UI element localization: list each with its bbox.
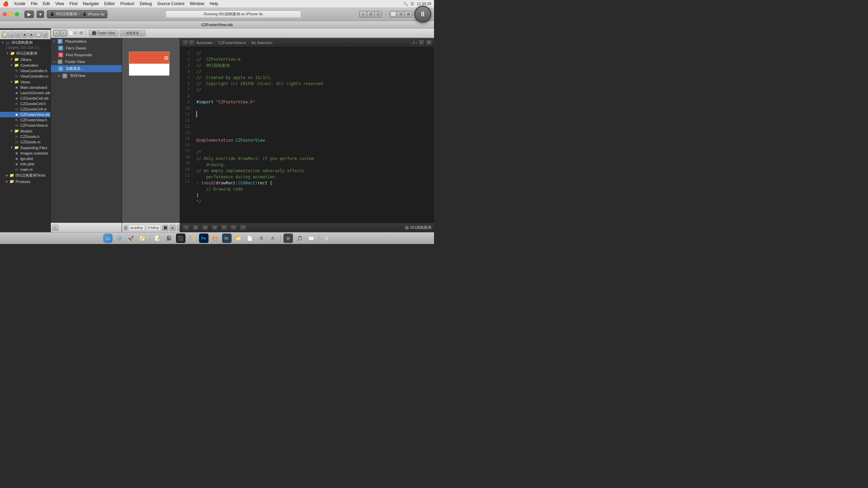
bottom-pause-btn[interactable]: ⏸ — [202, 225, 209, 231]
ib-back-btn[interactable]: ‹ — [53, 30, 60, 36]
sidebar-item-czgoodscellm[interactable]: m CZGoodsCell.m — [0, 106, 51, 112]
dock-font-a1[interactable]: A — [257, 233, 266, 243]
menu-editor[interactable]: Editor — [104, 1, 115, 6]
jiazhegengduo-tab[interactable]: B 加载更多... — [120, 30, 145, 36]
close-button[interactable] — [3, 12, 7, 16]
height-selector[interactable]: h hAny — [146, 225, 161, 231]
size-mode-btn[interactable]: ⊞ — [170, 225, 176, 231]
dock-pp[interactable]: 🎨 — [211, 233, 220, 243]
dock-onenote[interactable]: 📓 — [164, 233, 174, 243]
dock-itunes[interactable]: 🎵 — [295, 233, 304, 243]
menu-product[interactable]: Product — [120, 1, 134, 6]
dock-system-prefs[interactable]: ⚙️ — [115, 233, 124, 243]
sidebar-nav-warn[interactable]: ⚠ — [15, 32, 21, 38]
sidebar-item-others[interactable]: ▼ 📁 Others — [0, 57, 51, 62]
menu-edit[interactable]: Edit — [43, 1, 50, 6]
code-back-btn[interactable]: ‹ — [182, 40, 189, 46]
sidebar-item-viewcontrollerm[interactable]: m ViewController.m — [0, 74, 51, 79]
ib-item-footerview[interactable]: ▼ V Footer View — [51, 58, 122, 65]
menu-navigate[interactable]: Navigate — [83, 1, 99, 6]
dock-mail[interactable]: ✉️ — [307, 233, 316, 243]
ib-item-dengdaiview[interactable]: ▶ V 等待View — [51, 72, 122, 79]
sidebar-nav-report[interactable]: 📋 — [35, 32, 41, 38]
sidebar-item-views[interactable]: ▼ 📁 Views — [0, 79, 51, 85]
assistant-editor[interactable]: ⊟ — [397, 11, 405, 17]
pause-overlay-button[interactable]: ⏸ — [414, 6, 431, 23]
sidebar-item-supportingfiles[interactable]: ▼ 📁 Supporting Files — [0, 145, 51, 150]
code-text[interactable]: // // CZFooterView.m // 001团购案例 // // Cr… — [192, 47, 434, 223]
dock-expose[interactable]: ⊞ — [283, 233, 293, 243]
sidebar-nav-folder[interactable]: 📁 — [1, 32, 7, 38]
sidebar-item-tgsplist[interactable]: ■ tgs.plist — [0, 156, 51, 161]
standard-editor[interactable]: ⬜ — [390, 11, 397, 17]
sidebar-item-mainstoryboard[interactable]: ■ Main.storyboard — [0, 85, 51, 90]
sidebar-item-controllers[interactable]: ▼ 📁 Controllers — [0, 62, 51, 68]
sidebar-project-root[interactable]: ▼ 🗂 001团购案例 — [0, 39, 51, 46]
next-page-btn[interactable]: › — [416, 41, 417, 45]
ib-item-firstresponder[interactable]: R First Responder — [51, 52, 122, 58]
sidebar-item-czfooterviewm[interactable]: m CZFooterView.m — [0, 123, 51, 128]
menu-xcode[interactable]: Xcode — [14, 1, 25, 6]
code-add-btn[interactable]: + — [418, 40, 425, 46]
dock-finder[interactable]: 🗂 — [103, 233, 113, 243]
menu-file[interactable]: File — [31, 1, 37, 6]
dock-notes[interactable]: 📝 — [153, 233, 162, 243]
ib-forward-btn[interactable]: › — [60, 30, 67, 36]
menu-source-control[interactable]: Source Control — [157, 1, 184, 6]
fullscreen-button[interactable] — [15, 12, 19, 16]
sidebar-item-czgoodscellh[interactable]: h CZGoodsCell.h — [0, 101, 51, 106]
prev-page-btn[interactable]: ‹ — [411, 41, 412, 45]
run-button[interactable]: ▶ — [24, 11, 34, 18]
menu-find[interactable]: Find — [70, 1, 77, 6]
code-area[interactable]: 12345 678910 1112131415 1617181920 2122 … — [180, 47, 434, 223]
sidebar-item-mainm[interactable]: m main.m — [0, 167, 51, 172]
code-forward-btn[interactable]: › — [189, 40, 195, 46]
dock-word[interactable]: 📄 — [245, 233, 255, 243]
bottom-share-btn[interactable]: ↗ — [240, 225, 246, 231]
code-close-btn[interactable]: ✕ — [426, 40, 432, 46]
dock-filezilla[interactable]: 📁 — [234, 233, 243, 243]
sidebar-nav-search[interactable]: 🔍 — [8, 32, 14, 38]
debug-toggle[interactable]: ⊟ — [367, 11, 374, 17]
sidebar-nav-git[interactable]: ⎇ — [42, 32, 48, 38]
dock-trash[interactable]: 🗑 — [322, 233, 331, 243]
menu-debug[interactable]: Debug — [140, 1, 152, 6]
sidebar-nav-debug[interactable]: ▶ — [28, 32, 35, 38]
sidebar-item-czfooterviewh[interactable]: h CZFooterView.h — [0, 117, 51, 123]
width-selector[interactable]: w wAny — [129, 225, 145, 231]
footer-view-tab[interactable]: ⬛ Footer View — [89, 30, 118, 36]
sidebar-item-czgoodsm[interactable]: m CZGoods.m — [0, 139, 51, 145]
bottom-step-out-btn[interactable]: ⇑ — [230, 225, 237, 231]
sidebar-item-czfooterviewxib[interactable]: ■ CZFooterView.xib — [0, 112, 51, 117]
scheme-selector[interactable]: 📱 001迁购案例 › 📱 iPhone 4s — [47, 10, 107, 18]
add-file-btn[interactable]: + — [183, 225, 190, 231]
bottom-nav-btn[interactable]: ⊟ — [192, 225, 199, 231]
menu-window[interactable]: Window — [190, 1, 204, 6]
menu-view[interactable]: View — [55, 1, 64, 6]
stop-button[interactable]: ■ — [37, 11, 44, 18]
dock-ps[interactable]: Ps — [199, 233, 209, 243]
dock-safari[interactable]: 🧭 — [138, 233, 147, 243]
utility-toggle[interactable]: ⊡ — [374, 11, 382, 17]
version-editor[interactable]: ⊞ — [405, 11, 412, 17]
sidebar-item-czgoodsh[interactable]: h CZGoods.h — [0, 134, 51, 139]
ib-item-filesowner[interactable]: F File's Owner — [51, 45, 122, 52]
ib-item-jiazhegengduo[interactable]: B 加载更多... — [51, 65, 122, 72]
navigator-toggle[interactable]: ≡ — [359, 11, 367, 17]
minimize-button[interactable] — [9, 12, 13, 16]
sidebar-nav-test[interactable]: ◉ — [22, 32, 28, 38]
dock-terminal[interactable]: ⬛ — [176, 233, 185, 243]
sidebar-item-001group[interactable]: ▼ 📁 001迁购案例 — [0, 50, 51, 57]
sidebar-item-czgoodscellxib[interactable]: ■ CZGoodsCell.xib — [0, 96, 51, 101]
apple-menu[interactable]: 🍎 — [3, 1, 8, 6]
dock-bridge[interactable]: Br — [222, 233, 232, 243]
bottom-step-btn[interactable]: ⇥ — [211, 225, 218, 231]
dock-font-a2[interactable]: A — [268, 233, 278, 243]
sidebar-item-tests[interactable]: ▶ 📁 001迁购案例Tests — [0, 172, 51, 179]
dock-pencil[interactable]: ✏️ — [188, 233, 197, 243]
menu-help[interactable]: Help — [210, 1, 218, 6]
orientation-btn[interactable]: ⬛ — [162, 225, 168, 231]
canvas-filter-btn[interactable]: ⊕ — [124, 225, 127, 230]
sidebar-item-imagesxcassets[interactable]: ■ Images.xcassets — [0, 150, 51, 156]
sidebar-item-models[interactable]: ▼ 📁 Models — [0, 128, 51, 134]
